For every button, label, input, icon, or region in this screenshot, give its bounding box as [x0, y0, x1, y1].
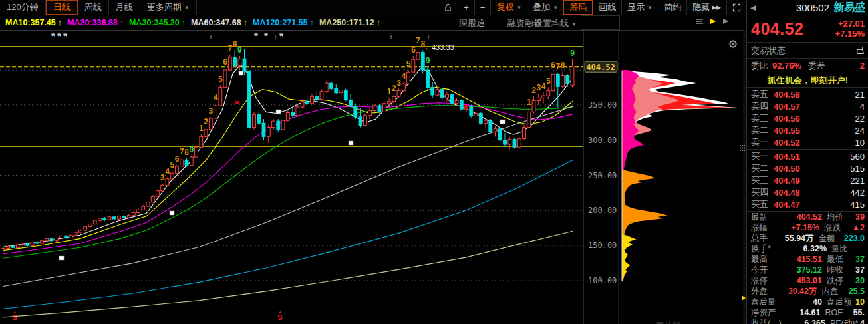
drag-handle-icon[interactable] — [744, 150, 745, 151]
weicha-label: 委差 — [808, 60, 825, 72]
drag-handle-icon[interactable] — [740, 148, 741, 149]
simple-mode-button[interactable]: 简约 — [658, 0, 686, 15]
candlestick-chart[interactable]: 400.00350.00300.00250.00200.00150.00100.… — [0, 30, 746, 324]
stat-label: 涨跌 — [824, 222, 852, 234]
book-volume: 4 — [860, 102, 865, 112]
sell-point-marker: S — [12, 313, 17, 321]
adjust-price-button[interactable]: 复权▼ — [490, 0, 527, 15]
td-count-marker: 7 — [227, 44, 232, 53]
drag-handle-icon[interactable] — [740, 150, 741, 151]
quote-header: ◀ 300502 新易盛 — [747, 0, 868, 15]
play-gray-icon[interactable] — [722, 17, 730, 25]
event-marker-icon: * — [279, 30, 283, 41]
stat-row: 换手*6.32%量比 — [751, 243, 865, 254]
stat-label: 总手 — [751, 233, 781, 244]
ma-legend-item: MA30:345.20↑ — [129, 18, 186, 27]
stat-label: 最高 — [751, 254, 785, 265]
zoom-out-button[interactable]: − — [474, 0, 491, 15]
svg-text:404.52: 404.52 — [586, 63, 615, 72]
stat-label: ROE — [825, 308, 853, 317]
drag-handle-icon[interactable] — [742, 145, 743, 146]
drag-handle-icon[interactable] — [744, 145, 745, 146]
watermark: 同花顺 — [655, 321, 681, 324]
td-count-marker: 6 — [551, 61, 555, 70]
book-volume: 10 — [855, 138, 865, 148]
tab-more-periods[interactable]: 更多周期▼ — [140, 0, 197, 15]
stat-label: 换手* — [751, 243, 787, 255]
expand-icon[interactable] — [726, 0, 746, 15]
book-price: 404.51 — [774, 152, 815, 162]
td-count-marker: 4 — [165, 167, 170, 176]
stat-row: 盘后量40盘后额10 — [751, 297, 865, 307]
y-axis-label: 250.00 — [588, 171, 617, 180]
overlay-button[interactable]: 叠加▼ — [527, 0, 563, 15]
stat-label: 最新 — [751, 212, 785, 223]
up-arrow-icon: ↑ — [182, 18, 186, 27]
y-axis-label: 150.00 — [588, 241, 617, 250]
zoom-in-button[interactable]: + — [458, 0, 474, 15]
stat-label: 涨幅 — [751, 222, 784, 234]
quote-stats: 最新404.52均价39涨幅+7.15%涨跌▲2总手55.94万金额223.0换… — [747, 212, 868, 324]
lock-icon[interactable] — [438, 0, 458, 15]
stat-value: 30 — [855, 276, 865, 285]
chevron-down-icon: ▼ — [184, 5, 190, 11]
list-icon[interactable] — [695, 17, 704, 25]
stat-value: 10 — [855, 297, 865, 307]
td-count-marker: 5 — [170, 160, 174, 170]
drag-handle-icon[interactable] — [742, 148, 743, 149]
sell-point-marker: S — [277, 313, 282, 321]
td-count-marker: 8 — [561, 61, 565, 70]
tab-daily[interactable]: 日线 — [46, 0, 78, 15]
play-yellow-icon[interactable] — [709, 17, 717, 25]
shenzhen-connect-link[interactable]: 深股通 — [459, 17, 485, 29]
td-count-marker: 9 — [426, 56, 430, 65]
hide-button[interactable]: 隐藏▶▶ — [686, 0, 726, 15]
event-marker-icon: * — [57, 30, 61, 41]
weibi-label: 委比 — [751, 60, 768, 72]
drag-handle-icon[interactable] — [744, 148, 745, 149]
signal-box-marker — [239, 71, 243, 75]
display-button[interactable]: 显示▼ — [621, 0, 658, 15]
book-volume: 415 — [850, 200, 865, 210]
chevron-down-icon: ▼ — [553, 5, 558, 11]
td-count-marker: 7 — [555, 62, 560, 71]
ma-settings-button[interactable]: 设置均线▼ — [534, 17, 577, 29]
event-marker-icon: * — [264, 30, 268, 41]
stat-value: 25.5 — [849, 287, 865, 296]
stat-label: 金额 — [819, 233, 844, 244]
drag-handle-icon[interactable] — [740, 145, 741, 146]
book-level-label: 买四 — [751, 186, 774, 198]
gear-icon[interactable] — [729, 40, 737, 48]
stat-value: 37 — [855, 265, 865, 275]
event-marker-icon: ↕ — [210, 33, 213, 41]
period-tabs: 120分钟日线周线月线更多周期▼ — [0, 0, 197, 15]
ma-line-MA60 — [3, 106, 573, 287]
ad-row: 抓住机会，即刻开户! — [747, 73, 868, 88]
chips-button[interactable]: 筹码 — [563, 0, 593, 15]
drag-handle-icon[interactable] — [742, 150, 743, 151]
td-count-marker: 5 — [546, 77, 551, 86]
book-volume: 24 — [855, 126, 865, 136]
back-chevron-icon[interactable]: ◀ — [750, 3, 756, 12]
stat-row: 收益(一)6.365PE(动)*4 — [751, 318, 865, 324]
stat-row: 外盘30.42万内盘25.5 — [751, 286, 865, 297]
stat-row: 总手55.94万金额223.0 — [751, 233, 865, 243]
book-level-label: 卖二 — [751, 124, 774, 136]
tab-weekly[interactable]: 周线 — [78, 0, 109, 15]
stat-value: 37 — [855, 255, 865, 264]
open-account-link[interactable]: 抓住机会，即刻开户! — [768, 75, 848, 86]
y-axis-label: 300.00 — [588, 136, 617, 145]
book-level-label: 卖四 — [751, 100, 774, 112]
stat-label: 今开 — [751, 265, 785, 276]
main-chart-svg[interactable]: 400.00350.00300.00250.00200.00150.00100.… — [0, 30, 746, 324]
book-volume: 442 — [850, 188, 865, 198]
tab-120min[interactable]: 120分钟 — [0, 0, 46, 15]
event-marker-icon: ↕ — [274, 33, 277, 41]
stat-value: 375.12 — [785, 265, 822, 275]
tab-monthly[interactable]: 月线 — [109, 0, 140, 15]
bid-row: 买一404.51560 — [751, 150, 865, 162]
book-price: 404.57 — [774, 102, 815, 112]
stock-name: 新易盛 — [833, 1, 865, 15]
stat-label: 内盘 — [822, 286, 849, 297]
draw-line-button[interactable]: 画线 — [593, 0, 621, 15]
